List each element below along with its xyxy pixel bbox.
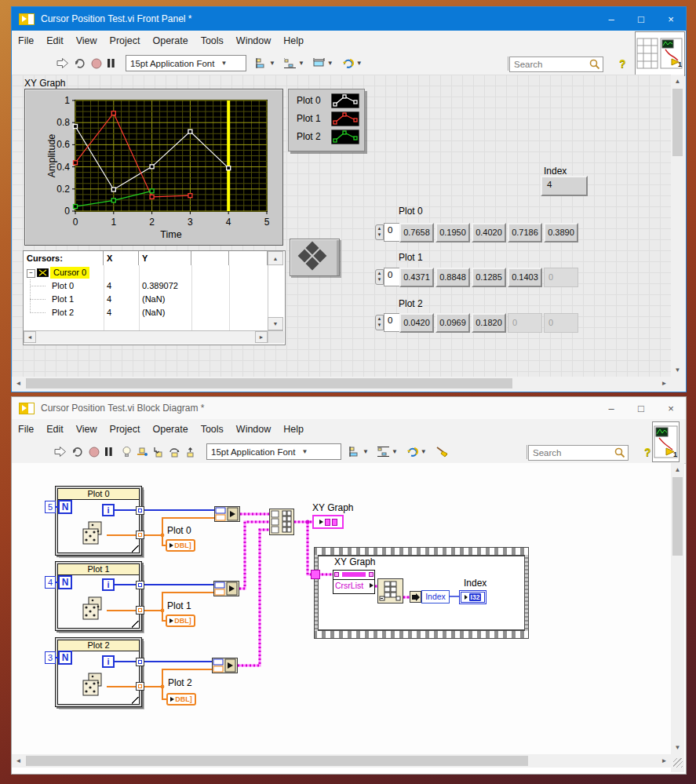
maximize-button[interactable]: □ bbox=[626, 397, 656, 419]
property-node-crsrlist[interactable]: CrsrList bbox=[333, 570, 375, 594]
cursor-plot-row[interactable]: Plot 1 4 (NaN) bbox=[24, 293, 268, 306]
dbl-indicator-terminal[interactable]: DBL] bbox=[166, 539, 195, 552]
tree-collapse-icon[interactable]: − bbox=[27, 269, 35, 278]
loop-count-terminal[interactable]: N bbox=[58, 500, 72, 514]
distribute-objects-button[interactable]: ▼ bbox=[284, 55, 304, 72]
i32-indicator-terminal[interactable]: I32 bbox=[459, 590, 486, 604]
dbl-indicator-terminal[interactable]: DBL] bbox=[166, 693, 196, 706]
loop-count-terminal[interactable]: N bbox=[58, 575, 72, 589]
scroll-up-button[interactable]: ▲ bbox=[671, 75, 684, 88]
run-button[interactable] bbox=[53, 443, 67, 461]
abort-button[interactable] bbox=[91, 55, 102, 72]
vi-icon-pane[interactable]: 1 bbox=[652, 421, 680, 462]
plot-legend-swatch[interactable] bbox=[331, 93, 359, 108]
run-continuously-button[interactable] bbox=[74, 55, 86, 72]
run-button[interactable] bbox=[56, 55, 69, 72]
cursor-legend-table[interactable]: Cursors: X Y ▲ ▼ − Cursor 0 bbox=[23, 250, 286, 345]
scroll-right-button[interactable]: ► bbox=[658, 377, 671, 390]
search-box[interactable] bbox=[528, 445, 629, 461]
menu-view[interactable]: View bbox=[70, 31, 104, 52]
reorder-objects-button[interactable]: ▼ bbox=[406, 443, 427, 461]
indexing-tunnel-blue[interactable] bbox=[136, 581, 144, 589]
help-button[interactable]: ? bbox=[619, 57, 626, 70]
vi-icon-pane[interactable]: 1 bbox=[635, 31, 685, 76]
menu-edit[interactable]: Edit bbox=[40, 419, 70, 440]
help-button[interactable]: ? bbox=[644, 446, 651, 458]
bundle-node[interactable] bbox=[213, 581, 239, 596]
titlebar[interactable]: Cursor Position Test.vi Block Diagram * … bbox=[12, 397, 686, 420]
cursor-pad-diamond-icon[interactable] bbox=[290, 239, 336, 274]
block-diagram-canvas[interactable]: Plot 0 Plot 1 Plot 2 bbox=[12, 463, 684, 754]
dbl-indicator-terminal[interactable]: DBL] bbox=[166, 614, 195, 627]
menu-help[interactable]: Help bbox=[277, 31, 310, 52]
resize-grip[interactable] bbox=[673, 758, 683, 768]
font-selector[interactable]: 15pt Application Font ▼ bbox=[126, 55, 246, 71]
indexing-tunnel-blue[interactable] bbox=[136, 658, 144, 666]
plot-legend-swatch[interactable] bbox=[331, 111, 359, 126]
align-objects-button[interactable]: ▼ bbox=[256, 55, 275, 72]
close-button[interactable]: × bbox=[656, 397, 686, 419]
menu-project[interactable]: Project bbox=[104, 31, 147, 52]
cursor-row[interactable]: − Cursor 0 bbox=[24, 266, 268, 279]
menu-project[interactable]: Project bbox=[104, 419, 147, 440]
pause-button[interactable] bbox=[107, 55, 115, 72]
menu-tools[interactable]: Tools bbox=[195, 31, 230, 52]
cursor-movement-pad[interactable] bbox=[290, 239, 340, 276]
pause-button[interactable] bbox=[104, 443, 113, 461]
close-button[interactable]: × bbox=[656, 7, 686, 31]
index-spinner-arrows[interactable]: ▲▼ bbox=[375, 224, 384, 240]
scroll-down-button[interactable]: ▼ bbox=[671, 363, 684, 377]
menu-window[interactable]: Window bbox=[230, 419, 277, 440]
scroll-left-button[interactable]: ◄ bbox=[12, 754, 25, 768]
step-into-button[interactable] bbox=[153, 443, 164, 461]
iteration-terminal[interactable]: i bbox=[102, 655, 115, 668]
index-spinner-value[interactable]: 0 bbox=[384, 313, 400, 332]
titlebar[interactable]: Cursor Position Test.vi Front Panel * – … bbox=[12, 7, 686, 31]
plot-legend-row[interactable]: Plot 2 bbox=[289, 129, 364, 144]
indexing-tunnel-blue[interactable] bbox=[136, 506, 144, 515]
step-over-button[interactable] bbox=[169, 443, 180, 461]
horizontal-scroll-thumb[interactable] bbox=[26, 378, 512, 388]
menu-help[interactable]: Help bbox=[277, 419, 310, 440]
vertical-scroll-thumb[interactable] bbox=[672, 477, 683, 556]
iteration-terminal[interactable]: i bbox=[102, 504, 115, 516]
distribute-objects-button[interactable]: ▼ bbox=[377, 443, 398, 461]
xy-graph[interactable]: 00.20.40.60.81012345TimeAmplitude bbox=[24, 89, 283, 246]
event-structure-tunnel[interactable] bbox=[311, 570, 320, 579]
xy-graph-terminal[interactable] bbox=[312, 515, 344, 529]
array-plot0-index[interactable]: ▲▼ 0 bbox=[375, 223, 400, 242]
plot-legend-row[interactable]: Plot 1 bbox=[289, 111, 364, 126]
step-out-button[interactable] bbox=[185, 443, 196, 461]
front-panel-canvas[interactable]: XY Graph 00.20.40.60.81012345TimeAmplitu… bbox=[12, 75, 671, 377]
bundle-node[interactable] bbox=[212, 658, 238, 673]
count-constant-3[interactable]: 3 bbox=[45, 651, 56, 664]
cursor-plot-row[interactable]: Plot 2 4 (NaN) bbox=[24, 306, 268, 319]
index-spinner-value[interactable]: 0 bbox=[384, 223, 400, 242]
scroll-left-button[interactable]: ◄ bbox=[12, 377, 25, 390]
unbundle-by-name-node[interactable] bbox=[410, 591, 421, 603]
build-array-node[interactable] bbox=[269, 509, 294, 535]
plot-legend-row[interactable]: Plot 0 bbox=[289, 93, 364, 108]
menu-file[interactable]: File bbox=[12, 31, 40, 52]
menu-operate[interactable]: Operate bbox=[146, 31, 194, 52]
font-selector[interactable]: 15pt Application Font ▼ bbox=[206, 443, 341, 460]
toolbar-splitter[interactable] bbox=[501, 57, 508, 71]
resize-objects-button[interactable]: ▼ bbox=[313, 55, 333, 72]
run-continuously-button[interactable] bbox=[71, 443, 84, 461]
index-spinner-arrows[interactable]: ▲▼ bbox=[375, 269, 384, 285]
menu-view[interactable]: View bbox=[70, 419, 104, 440]
search-input[interactable] bbox=[528, 445, 629, 461]
index-spinner-value[interactable]: 0 bbox=[384, 268, 400, 286]
index-spinner-arrows[interactable]: ▲▼ bbox=[375, 315, 384, 330]
count-constant-4[interactable]: 4 bbox=[45, 576, 56, 589]
scroll-up-button[interactable]: ▲ bbox=[268, 251, 283, 265]
horizontal-scroll-thumb[interactable] bbox=[26, 756, 528, 766]
count-constant-5[interactable]: 5 bbox=[45, 501, 56, 513]
scroll-left-button[interactable]: ◄ bbox=[24, 331, 36, 343]
unbundle-element[interactable]: Index bbox=[421, 590, 450, 603]
plot-legend-swatch[interactable] bbox=[331, 129, 359, 144]
index-array-node[interactable] bbox=[377, 578, 403, 603]
vertical-scroll-thumb[interactable] bbox=[672, 89, 683, 156]
scroll-down-button[interactable]: ▼ bbox=[268, 317, 283, 330]
retain-wire-values-button[interactable] bbox=[137, 443, 148, 461]
